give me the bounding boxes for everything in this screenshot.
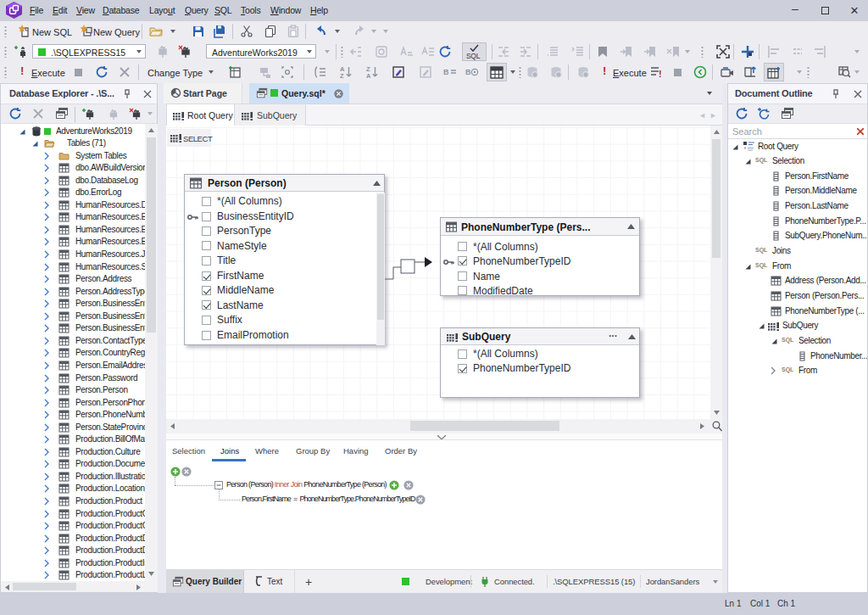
svg-text:Z: Z — [340, 72, 344, 79]
svg-text:!: ! — [659, 69, 662, 79]
svg-text:B: B — [443, 68, 449, 76]
svg-text:A: A — [366, 72, 371, 79]
svg-text:B: B — [465, 68, 471, 76]
